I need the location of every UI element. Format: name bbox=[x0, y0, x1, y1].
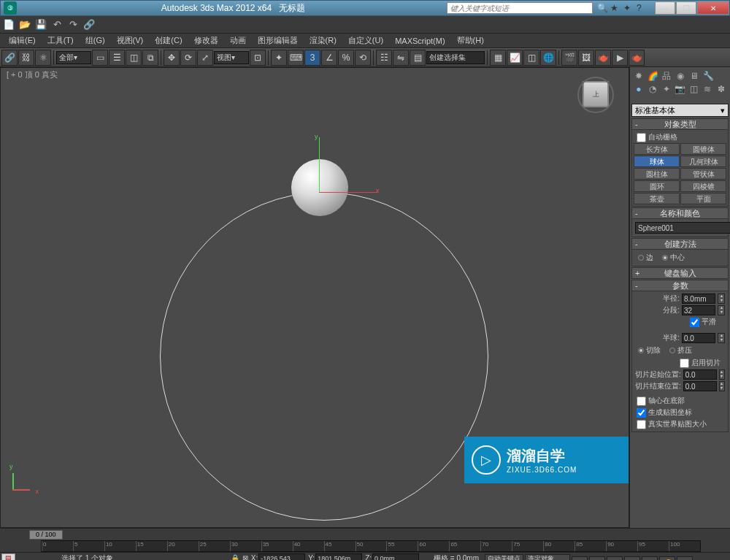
quick-render-icon[interactable]: 🫖 bbox=[595, 50, 611, 66]
menu-graph[interactable]: 图形编辑器 bbox=[252, 34, 304, 47]
unlink-tool-icon[interactable]: ⛓ bbox=[18, 50, 34, 66]
minimize-button[interactable]: — bbox=[655, 1, 675, 15]
render-icon[interactable]: ▶ bbox=[612, 50, 628, 66]
category-dropdown[interactable]: 标准基本体▾ bbox=[631, 104, 729, 117]
sphere-object[interactable] bbox=[291, 159, 348, 216]
coord-z-input[interactable] bbox=[372, 553, 419, 560]
segments-input[interactable] bbox=[682, 305, 715, 315]
slice-to-spinner[interactable]: ▴▾ bbox=[719, 381, 725, 391]
named-sel-icon[interactable]: ☷ bbox=[376, 50, 392, 66]
slice-from-spinner[interactable]: ▴▾ bbox=[719, 369, 725, 380]
link-tool-icon[interactable]: 🔗 bbox=[1, 50, 18, 66]
display-tab-icon[interactable]: 🖥 bbox=[688, 70, 700, 82]
motion-tab-icon[interactable]: ◉ bbox=[675, 70, 686, 82]
ref-coord-dropdown[interactable]: 视图 ▾ bbox=[214, 51, 249, 64]
render-setup-icon[interactable]: 🎬 bbox=[561, 50, 577, 66]
type-torus[interactable]: 圆环 bbox=[634, 180, 680, 192]
coord-y-input[interactable] bbox=[315, 553, 362, 560]
schematic-icon[interactable]: ◫ bbox=[523, 50, 539, 66]
help-search-input[interactable] bbox=[447, 2, 593, 14]
menu-render[interactable]: 渲染(R) bbox=[304, 34, 342, 47]
gen-uv-checkbox[interactable] bbox=[637, 408, 646, 418]
prev-frame-icon[interactable]: ◀ bbox=[589, 556, 605, 561]
rollout-name-color[interactable]: -名称和颜色 bbox=[631, 207, 729, 219]
auto-key-button[interactable]: 自动关键点 bbox=[485, 554, 523, 560]
type-pyramid[interactable]: 四棱锥 bbox=[680, 180, 726, 192]
angle-snap-icon[interactable]: ∠ bbox=[321, 50, 337, 66]
key-mode-icon[interactable]: 🔑 bbox=[659, 556, 675, 561]
slice-to-input[interactable] bbox=[683, 381, 717, 391]
close-button[interactable]: ✕ bbox=[697, 1, 729, 15]
menu-customize[interactable]: 自定义(U) bbox=[342, 34, 389, 47]
type-tube[interactable]: 管状体 bbox=[680, 168, 726, 180]
real-uv-checkbox[interactable] bbox=[637, 420, 646, 429]
maxscript-mini-icon[interactable]: ▤ bbox=[1, 553, 15, 560]
create-tab-icon[interactable]: ✸ bbox=[633, 70, 645, 82]
smooth-checkbox[interactable] bbox=[690, 318, 699, 327]
chop-radio[interactable] bbox=[638, 348, 644, 353]
save-icon[interactable]: 💾 bbox=[34, 18, 48, 31]
time-config-icon[interactable]: ⏱ bbox=[677, 556, 693, 561]
segments-spinner[interactable]: ▴▾ bbox=[718, 305, 725, 315]
slice-from-input[interactable] bbox=[683, 369, 717, 380]
viewcube[interactable]: 上 bbox=[577, 77, 614, 113]
modify-tab-icon[interactable]: 🌈 bbox=[647, 70, 658, 82]
isolate-icon[interactable]: ⊠ bbox=[242, 554, 248, 560]
mirror-icon[interactable]: ⇋ bbox=[393, 50, 409, 66]
hemisphere-spinner[interactable]: ▴▾ bbox=[718, 333, 725, 343]
selection-set-dropdown[interactable] bbox=[426, 51, 485, 64]
search-icon[interactable]: 🔍 bbox=[597, 3, 607, 13]
geometry-cat-icon[interactable]: ● bbox=[633, 83, 645, 95]
viewport-label[interactable]: [ + 0 顶 0 真实 bbox=[7, 69, 58, 80]
rollout-object-type[interactable]: -对象类型 bbox=[631, 118, 729, 130]
hemisphere-input[interactable] bbox=[682, 333, 715, 343]
rollout-parameters[interactable]: -参数 bbox=[631, 280, 729, 291]
play-icon[interactable]: ▶ bbox=[607, 556, 623, 561]
time-slider[interactable]: 0 / 100 bbox=[0, 529, 730, 540]
selection-filter-dropdown[interactable]: 全部 ▾ bbox=[56, 51, 91, 64]
method-edge-radio[interactable] bbox=[638, 255, 644, 261]
helpers-cat-icon[interactable]: ◫ bbox=[688, 83, 699, 95]
bind-tool-icon[interactable]: ⚛ bbox=[35, 50, 51, 66]
menu-help[interactable]: 帮助(H) bbox=[451, 34, 490, 47]
select-scale-icon[interactable]: ⤢ bbox=[197, 50, 213, 66]
hierarchy-tab-icon[interactable]: 品 bbox=[661, 70, 672, 82]
layer-icon[interactable]: ▦ bbox=[490, 50, 506, 66]
menu-animation[interactable]: 动画 bbox=[224, 34, 252, 47]
align-icon[interactable]: ▤ bbox=[410, 50, 426, 66]
redo-icon[interactable]: ↷ bbox=[66, 18, 80, 31]
lights-cat-icon[interactable]: ✦ bbox=[661, 83, 672, 95]
window-crossing-icon[interactable]: ⧉ bbox=[142, 50, 158, 66]
type-plane[interactable]: 平面 bbox=[680, 193, 726, 204]
link-icon[interactable]: 🔗 bbox=[82, 18, 96, 31]
coord-x-input[interactable] bbox=[258, 553, 305, 560]
new-icon[interactable]: 📄 bbox=[1, 18, 16, 31]
time-ruler[interactable]: 0510152025303540455055606570758085909510… bbox=[41, 540, 701, 552]
snap-toggle-icon[interactable]: 3 bbox=[304, 50, 320, 66]
open-icon[interactable]: 📂 bbox=[18, 18, 32, 31]
menu-group[interactable]: 组(G) bbox=[80, 34, 111, 47]
lock-icon[interactable]: 🔒 bbox=[231, 554, 239, 560]
goto-end-icon[interactable]: ⏭ bbox=[642, 556, 658, 561]
menu-maxscript[interactable]: MAXScript(M) bbox=[389, 35, 450, 47]
manipulate-icon[interactable]: ✦ bbox=[271, 50, 287, 66]
community-icon[interactable]: ✦ bbox=[623, 3, 634, 13]
type-cylinder[interactable]: 圆柱体 bbox=[634, 168, 680, 180]
rollout-create-method[interactable]: -创建方法 bbox=[631, 238, 729, 250]
percent-snap-icon[interactable]: % bbox=[338, 50, 354, 66]
utilities-tab-icon[interactable]: 🔧 bbox=[702, 70, 714, 82]
menu-create[interactable]: 创建(C) bbox=[149, 34, 188, 47]
rollout-keyboard-entry[interactable]: +键盘输入 bbox=[631, 267, 729, 279]
curve-editor-icon[interactable]: 📈 bbox=[507, 50, 523, 66]
radius-input[interactable] bbox=[682, 294, 715, 304]
menu-tools[interactable]: 工具(T) bbox=[42, 34, 80, 47]
undo-icon[interactable]: ↶ bbox=[50, 18, 64, 31]
menu-edit[interactable]: 编辑(E) bbox=[3, 34, 42, 47]
spline-circle[interactable] bbox=[160, 192, 488, 521]
pivot-icon[interactable]: ⊡ bbox=[250, 50, 266, 66]
select-icon[interactable]: ▭ bbox=[92, 50, 108, 66]
shapes-cat-icon[interactable]: ◔ bbox=[647, 83, 658, 95]
type-teapot[interactable]: 茶壶 bbox=[634, 193, 680, 204]
viewport[interactable]: [ + 0 顶 0 真实 上 y x y x ▷ 溜溜自学 ZIXUE.3D66… bbox=[0, 67, 629, 528]
render-prod-icon[interactable]: 🫖 bbox=[629, 50, 645, 66]
